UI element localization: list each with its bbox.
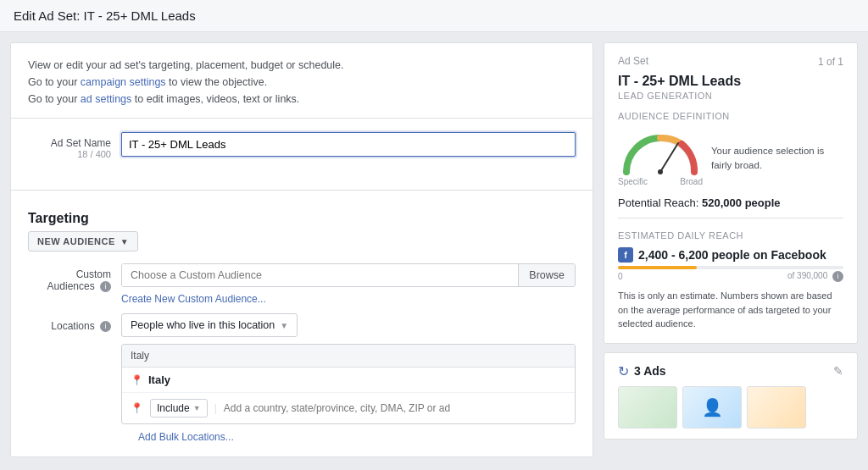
edit-icon[interactable]: ✎ [833, 364, 843, 378]
svg-line-0 [660, 143, 678, 172]
facebook-icon: f [618, 247, 633, 263]
lead-gen-label: LEAD GENERATION [618, 91, 843, 101]
ad-thumbnails [618, 386, 843, 429]
location-search-input[interactable] [224, 402, 566, 414]
info-line1: View or edit your ad set's targeting, pl… [28, 57, 576, 74]
ad-set-name-row: Ad Set Name 18 / 400 [28, 132, 576, 159]
divider-pipe: | [214, 402, 217, 414]
gauge-section: Specific Broad Your audience selection i… [618, 130, 843, 186]
campaign-settings-link[interactable]: campaign settings [81, 76, 166, 88]
potential-reach: Potential Reach: 520,000 people [618, 196, 843, 209]
info-line3: Go to your ad settings to edit images, v… [28, 91, 576, 108]
create-custom-audience-link[interactable]: Create New Custom Audience... [121, 293, 266, 305]
page-title-name: IT - 25+ DML Leads [84, 8, 196, 23]
gauge-svg [618, 130, 703, 176]
locations-row: Locations i People who live in this loca… [11, 313, 593, 450]
potential-reach-label: Potential Reach: [618, 196, 698, 209]
ads-count: 3 Ads [634, 364, 666, 378]
info-line2: Go to your campaign settings to view the… [28, 74, 576, 91]
reach-note: This is only an estimate. Numbers shown … [618, 289, 843, 331]
ad-thumb-3 [747, 386, 806, 429]
location-dropdown[interactable]: People who live in this location ▼ [121, 313, 298, 337]
right-panel: Ad Set 1 of 1 IT - 25+ DML Leads LEAD GE… [604, 42, 858, 457]
reach-bar-zero: 0 [618, 272, 623, 281]
custom-audience-input[interactable] [122, 264, 518, 286]
ad-set-label: Ad Set [618, 55, 648, 67]
include-row: 📍 Include ▼ | [122, 393, 575, 423]
include-pin-icon: 📍 [131, 402, 143, 414]
page-header: Edit Ad Set: IT - 25+ DML Leads [0, 0, 868, 32]
locations-label: Locations i [28, 313, 121, 332]
reach-bar-labels: 0 of 390,000 i [618, 271, 843, 282]
location-box-header: Italy [122, 345, 575, 368]
gauge-broad-label: Broad [680, 177, 703, 186]
locations-info-icon: i [100, 321, 111, 332]
location-item: 📍 Italy [122, 368, 575, 393]
chevron-down-icon: ▼ [120, 237, 129, 246]
info-line3-suffix: to edit images, videos, text or links. [131, 93, 299, 105]
ads-left: ↻ 3 Ads [618, 363, 666, 379]
custom-audiences-row: Custom Audiences i Browse Create New Cus… [11, 263, 593, 305]
info-line2-prefix: Go to your [28, 76, 81, 88]
est-daily-label: ESTIMATED DAILY REACH [618, 230, 843, 241]
left-panel: View or edit your ad set's targeting, pl… [10, 42, 593, 457]
ad-settings-link[interactable]: ad settings [81, 93, 131, 105]
potential-reach-value: 520,000 people [702, 196, 781, 209]
gauge-wrap: Specific Broad [618, 130, 703, 186]
audience-badge-label: NEW AUDIENCE [37, 236, 115, 246]
reach-bar-fill [618, 266, 697, 269]
gauge-labels: Specific Broad [618, 177, 703, 186]
browse-button[interactable]: Browse [518, 264, 575, 286]
gauge-specific-label: Specific [618, 177, 648, 186]
location-chevron-icon: ▼ [280, 321, 288, 330]
ca-input-wrap: Browse [121, 263, 576, 287]
location-dropdown-label: People who live in this location [131, 319, 275, 331]
add-bulk-locations-link[interactable]: Add Bulk Locations... [121, 424, 576, 450]
ad-set-name-input[interactable] [121, 132, 576, 157]
ad-set-name-display: IT - 25+ DML Leads [618, 74, 843, 89]
reach-info-icon: i [832, 271, 843, 282]
ad-set-count: 1 of 1 [818, 56, 843, 68]
main-layout: View or edit your ad set's targeting, pl… [0, 32, 868, 467]
info-section: View or edit your ad set's targeting, pl… [11, 43, 593, 119]
info-icon: i [100, 281, 111, 292]
right-divider [618, 218, 843, 218]
info-line3-prefix: Go to your [28, 93, 81, 105]
include-select[interactable]: Include ▼ [150, 399, 208, 417]
ad-set-card: Ad Set 1 of 1 IT - 25+ DML Leads LEAD GE… [604, 42, 858, 344]
location-name: Italy [148, 373, 170, 386]
locations-content: People who live in this location ▼ Italy… [121, 313, 576, 450]
ad-set-name-label: Ad Set Name 18 / 400 [28, 132, 121, 159]
ad-thumb-1 [618, 386, 677, 429]
pin-icon: 📍 [131, 374, 143, 386]
page-title-prefix: Edit Ad Set: [14, 8, 80, 23]
info-line2-suffix: to view the objective. [166, 76, 268, 88]
gauge-description: Your audience selection is fairly broad. [711, 144, 843, 171]
reach-bar-max: of 390,000 i [787, 271, 843, 282]
include-chevron-icon: ▼ [193, 404, 201, 412]
divider [11, 190, 593, 191]
custom-audiences-label: Custom Audiences i [28, 263, 121, 292]
refresh-icon: ↻ [618, 363, 629, 379]
location-box: Italy 📍 Italy 📍 Include ▼ | [121, 344, 576, 424]
ads-row: ↻ 3 Ads ✎ [618, 363, 843, 379]
ad-set-name-input-wrap [121, 132, 576, 157]
fb-reach-row: f 2,400 - 6,200 people on Facebook [618, 247, 843, 263]
ad-set-name-counter: 18 / 400 [28, 149, 111, 159]
reach-bar [618, 266, 843, 269]
custom-audiences-content: Browse Create New Custom Audience... [121, 263, 576, 305]
svg-point-1 [658, 169, 663, 174]
targeting-header: Targeting [11, 202, 593, 231]
ads-card: ↻ 3 Ads ✎ [604, 352, 858, 440]
new-audience-badge[interactable]: NEW AUDIENCE ▼ [28, 231, 138, 252]
ad-thumb-2 [682, 386, 742, 429]
reach-range: 2,400 - 6,200 people on Facebook [638, 248, 826, 262]
audience-def-label: AUDIENCE DEFINITION [618, 111, 843, 121]
ad-set-name-section: Ad Set Name 18 / 400 [11, 119, 593, 185]
include-label: Include [157, 402, 190, 414]
